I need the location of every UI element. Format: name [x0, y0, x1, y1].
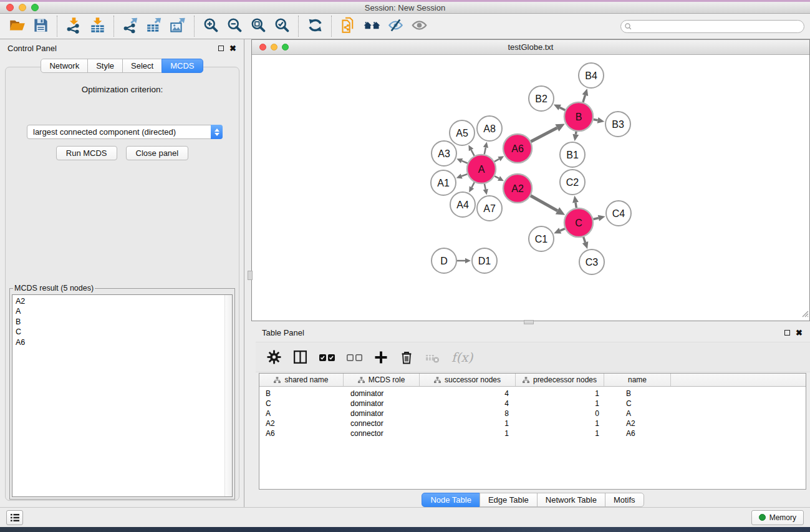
- cell-predecessor_nodes[interactable]: 1: [516, 389, 604, 398]
- zoom-fit-button[interactable]: [246, 15, 270, 37]
- home-view-button[interactable]: [360, 15, 383, 37]
- cell-successor_nodes[interactable]: 1: [420, 419, 516, 428]
- mcds-result-item[interactable]: C: [16, 327, 232, 337]
- search-input[interactable]: [620, 20, 804, 33]
- edge-A-A1[interactable]: [461, 174, 467, 176]
- edge-A-A6[interactable]: [494, 159, 499, 162]
- import-table-button[interactable]: [85, 15, 109, 37]
- column-header-name[interactable]: name: [604, 374, 671, 386]
- cell-mcds_role[interactable]: dominator: [344, 389, 420, 398]
- open-session-button[interactable]: [5, 15, 29, 37]
- mcds-result-item[interactable]: A6: [16, 337, 232, 347]
- edge-A6-B[interactable]: [531, 128, 557, 142]
- cell-name[interactable]: C: [604, 399, 671, 408]
- edge-A-A7[interactable]: [485, 184, 486, 190]
- cell-mcds_role[interactable]: dominator: [344, 399, 420, 408]
- function-builder-button[interactable]: f(x): [451, 350, 473, 365]
- float-panel-icon[interactable]: [218, 46, 224, 51]
- export-table-button[interactable]: [142, 15, 166, 37]
- cell-shared_name[interactable]: A6: [259, 429, 344, 438]
- close-panel-icon[interactable]: ✖: [229, 44, 236, 52]
- float-table-panel-icon[interactable]: [784, 330, 790, 336]
- cell-predecessor_nodes[interactable]: 1: [516, 429, 604, 438]
- edge-C-C2[interactable]: [576, 203, 576, 208]
- tab-network-table[interactable]: Network Table: [537, 493, 605, 507]
- network-window-titlebar[interactable]: testGlobe.txt: [252, 40, 809, 55]
- splitter-handle-horizontal[interactable]: [524, 320, 534, 324]
- table-row[interactable]: Adominator80A: [259, 409, 806, 418]
- column-header-successor-nodes[interactable]: successor nodes: [420, 374, 516, 386]
- edge-A-A3[interactable]: [462, 161, 468, 163]
- column-header-MCDS-role[interactable]: MCDS role: [344, 374, 420, 386]
- table-row[interactable]: Bdominator41B: [259, 389, 806, 399]
- criterion-dropdown[interactable]: largest connected component (directed): [27, 125, 223, 139]
- table-row[interactable]: A2connector11A2: [259, 418, 806, 428]
- column-header-predecessor-nodes[interactable]: predecessor nodes: [516, 374, 604, 386]
- tab-select[interactable]: Select: [122, 59, 162, 73]
- edge-B-B1[interactable]: [576, 132, 576, 135]
- network-canvas[interactable]: B4B2BB3A8A5A6A3B1AA1C2A2A4A7C4CC1DD1C3: [252, 55, 809, 321]
- splitter-handle-vertical[interactable]: [248, 271, 253, 280]
- edge-A-A8[interactable]: [485, 147, 486, 154]
- cell-mcds_role[interactable]: connector: [344, 429, 420, 438]
- cell-predecessor_nodes[interactable]: 0: [516, 409, 604, 418]
- edge-B-B3[interactable]: [594, 119, 598, 120]
- close-table-panel-icon[interactable]: ✖: [796, 329, 803, 337]
- edge-B-B2[interactable]: [560, 107, 566, 110]
- hide-graphics-details-button[interactable]: [383, 15, 407, 37]
- import-network-button[interactable]: [62, 15, 85, 37]
- mcds-result-item[interactable]: A2: [16, 296, 232, 306]
- cell-shared_name[interactable]: B: [259, 389, 344, 398]
- cell-name[interactable]: A6: [604, 429, 671, 438]
- delete-column-button[interactable]: [399, 350, 414, 365]
- column-header-shared-name[interactable]: shared name: [259, 374, 344, 386]
- cell-successor_nodes[interactable]: 1: [420, 429, 516, 438]
- edge-A-A5[interactable]: [471, 150, 475, 155]
- edge-C-C1[interactable]: [560, 229, 565, 231]
- tab-mcds[interactable]: MCDS: [162, 59, 203, 73]
- zoom-out-button[interactable]: [223, 15, 246, 37]
- cell-shared_name[interactable]: A: [259, 409, 344, 418]
- zoom-selected-button[interactable]: [270, 15, 294, 37]
- task-history-button[interactable]: [6, 510, 23, 525]
- memory-button[interactable]: Memory: [751, 510, 804, 525]
- edge-C-C4[interactable]: [593, 218, 599, 220]
- network-graph[interactable]: B4B2BB3A8A5A6A3B1AA1C2A2A4A7C4CC1DD1C3: [252, 55, 809, 321]
- refresh-button[interactable]: [303, 15, 327, 37]
- delete-table-button[interactable]: [425, 350, 441, 365]
- run-mcds-button[interactable]: Run MCDS: [56, 146, 117, 160]
- zoom-in-button[interactable]: [199, 15, 223, 37]
- show-columns-button[interactable]: [292, 349, 308, 365]
- table-row[interactable]: Cdominator41C: [259, 399, 806, 409]
- tab-edge-table[interactable]: Edge Table: [480, 493, 538, 507]
- mcds-result-item[interactable]: A: [16, 306, 232, 316]
- tab-network[interactable]: Network: [41, 59, 88, 73]
- cell-mcds_role[interactable]: connector: [344, 419, 420, 428]
- cell-shared_name[interactable]: C: [259, 399, 344, 408]
- tab-style[interactable]: Style: [87, 59, 123, 73]
- cell-name[interactable]: A2: [604, 419, 671, 428]
- mcds-result-item[interactable]: B: [16, 317, 232, 327]
- show-graphics-details-button[interactable]: [407, 15, 431, 37]
- add-column-button[interactable]: [374, 350, 388, 365]
- edge-B-B4[interactable]: [583, 95, 585, 102]
- cell-successor_nodes[interactable]: 4: [420, 389, 516, 398]
- export-image-button[interactable]: [166, 15, 190, 37]
- cell-name[interactable]: A: [604, 409, 671, 418]
- cell-shared_name[interactable]: A2: [259, 419, 344, 428]
- edge-A-A4[interactable]: [471, 182, 474, 187]
- deselect-all-button[interactable]: [346, 353, 363, 362]
- cell-name[interactable]: B: [604, 389, 671, 398]
- edge-A-A2[interactable]: [494, 176, 499, 178]
- cell-predecessor_nodes[interactable]: 1: [516, 399, 604, 408]
- edge-A2-C[interactable]: [531, 196, 557, 211]
- cell-successor_nodes[interactable]: 4: [420, 399, 516, 408]
- export-network-button[interactable]: [118, 15, 142, 37]
- tab-motifs[interactable]: Motifs: [605, 493, 644, 507]
- cell-successor_nodes[interactable]: 8: [420, 409, 516, 418]
- node-table[interactable]: shared nameMCDS rolesuccessor nodesprede…: [259, 373, 806, 490]
- mcds-result-list[interactable]: A2ABCA6: [12, 294, 233, 497]
- save-session-button[interactable]: [29, 15, 52, 37]
- table-row[interactable]: A6connector11A6: [259, 428, 806, 438]
- tab-node-table[interactable]: Node Table: [422, 493, 480, 507]
